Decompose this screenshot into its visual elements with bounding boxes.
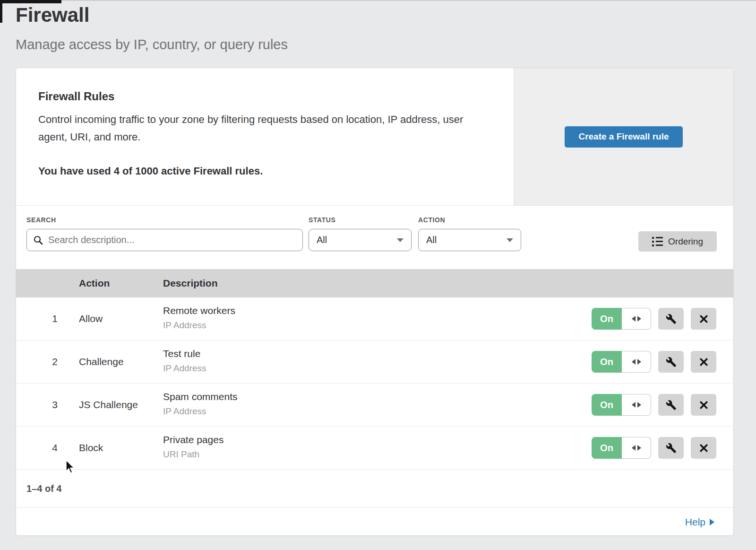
toggle-on-label: On: [592, 308, 622, 330]
delete-rule-button[interactable]: [691, 351, 716, 373]
rule-enabled-toggle[interactable]: On: [592, 437, 651, 459]
rule-enabled-toggle[interactable]: On: [592, 308, 651, 330]
page-subtitle: Manage access by IP, country, or query r…: [16, 37, 288, 52]
rule-enabled-toggle[interactable]: On: [592, 351, 651, 373]
rules-list: 1 Allow Remote workers IP Address On 2 C…: [16, 297, 733, 470]
create-rule-panel: Create a Firewall rule: [514, 68, 733, 205]
status-field: STATUS All: [309, 216, 412, 251]
firewall-rules-card: Firewall Rules Control incoming traffic …: [16, 68, 734, 536]
search-input[interactable]: [43, 229, 302, 251]
close-icon: [699, 443, 709, 453]
usage-text: You have used 4 of 1000 active Firewall …: [38, 165, 263, 177]
rule-match-type: IP Address: [163, 363, 206, 374]
action-selected-value: All: [426, 235, 437, 245]
chevron-right-icon: [710, 519, 714, 525]
toggle-on-label: On: [592, 394, 622, 416]
column-header-description: Description: [163, 269, 218, 297]
overview-heading: Firewall Rules: [38, 90, 114, 103]
search-label: SEARCH: [26, 216, 303, 224]
rule-match-type: IP Address: [163, 320, 235, 331]
rule-match-type: IP Address: [163, 406, 238, 417]
status-label: STATUS: [309, 216, 412, 224]
rule-action: Challenge: [79, 356, 124, 367]
ordering-button-label: Ordering: [668, 236, 703, 247]
table-header: Action Description: [16, 269, 733, 297]
close-icon: [699, 357, 709, 367]
action-label: ACTION: [418, 216, 521, 224]
rule-action: Allow: [79, 313, 103, 324]
wrench-icon: [666, 400, 677, 410]
toggle-on-label: On: [592, 437, 622, 459]
table-row: 4 Block Private pages URI Path On: [16, 427, 733, 470]
edit-rule-button[interactable]: [658, 351, 684, 373]
left-right-arrows-icon: [622, 437, 651, 459]
edit-rule-button[interactable]: [658, 308, 684, 330]
search-icon: [33, 235, 43, 245]
left-right-arrows-icon: [622, 308, 651, 330]
delete-rule-button[interactable]: [691, 394, 716, 416]
filters-bar: SEARCH STATUS All ACTION: [16, 205, 733, 269]
rule-description: Private pages: [163, 434, 223, 445]
pagination-text: 1–4 of 4: [26, 483, 61, 494]
rule-description: Test rule: [163, 348, 206, 359]
window-edge-artifact: [0, 0, 2, 23]
edit-rule-button[interactable]: [658, 394, 684, 416]
toggle-on-label: On: [592, 351, 622, 373]
wrench-icon: [666, 443, 677, 454]
create-firewall-rule-button[interactable]: Create a Firewall rule: [565, 126, 683, 148]
chevron-down-icon: [507, 238, 513, 242]
rule-priority: 3: [45, 399, 64, 410]
help-link-label: Help: [685, 516, 705, 528]
column-header-action: Action: [79, 269, 110, 297]
overview-description: Control incoming traffic to your zone by…: [38, 111, 464, 146]
left-right-arrows-icon: [622, 351, 651, 373]
rule-priority: 4: [45, 442, 64, 454]
firewall-page: Firewall Manage access by IP, country, o…: [0, 0, 756, 550]
left-right-arrows-icon: [622, 394, 651, 416]
search-input-wrap: [26, 229, 303, 251]
rule-description-cell: Remote workers IP Address: [163, 305, 235, 331]
list-icon: [652, 237, 663, 246]
rule-enabled-toggle[interactable]: On: [592, 394, 651, 416]
wrench-icon: [666, 314, 677, 324]
screenshot-top-edge: [0, 0, 756, 1]
page-title: Firewall: [16, 4, 89, 26]
status-select[interactable]: All: [309, 229, 412, 251]
close-icon: [699, 400, 709, 410]
search-field: SEARCH: [26, 216, 303, 251]
edit-rule-button[interactable]: [658, 437, 684, 459]
wrench-icon: [666, 357, 677, 367]
close-icon: [699, 314, 709, 324]
rule-priority: 1: [45, 313, 64, 324]
action-field: ACTION All: [418, 216, 521, 251]
rule-action: Block: [79, 442, 103, 454]
table-row: 3 JS Challenge Spam comments IP Address …: [16, 384, 733, 427]
rule-action: JS Challenge: [79, 399, 138, 410]
pagination-row: 1–4 of 4: [16, 470, 733, 508]
rule-description: Spam comments: [163, 391, 238, 402]
rule-description: Remote workers: [163, 305, 235, 316]
ordering-button[interactable]: Ordering: [638, 231, 717, 252]
delete-rule-button[interactable]: [691, 437, 716, 459]
rule-description-cell: Private pages URI Path: [163, 434, 223, 460]
delete-rule-button[interactable]: [691, 308, 716, 330]
rule-description-cell: Spam comments IP Address: [163, 391, 238, 417]
rule-priority: 2: [45, 356, 64, 367]
window-edge-artifact: [0, 0, 61, 3]
overview-section: Firewall Rules Control incoming traffic …: [16, 68, 733, 205]
help-row: Help: [16, 508, 733, 536]
rule-description-cell: Test rule IP Address: [163, 348, 206, 374]
chevron-down-icon: [397, 238, 404, 242]
table-row: 1 Allow Remote workers IP Address On: [16, 297, 733, 340]
action-select[interactable]: All: [418, 229, 521, 251]
rule-match-type: URI Path: [163, 449, 223, 460]
status-selected-value: All: [317, 235, 327, 245]
table-row: 2 Challenge Test rule IP Address On: [16, 340, 733, 384]
help-link[interactable]: Help: [685, 516, 714, 528]
